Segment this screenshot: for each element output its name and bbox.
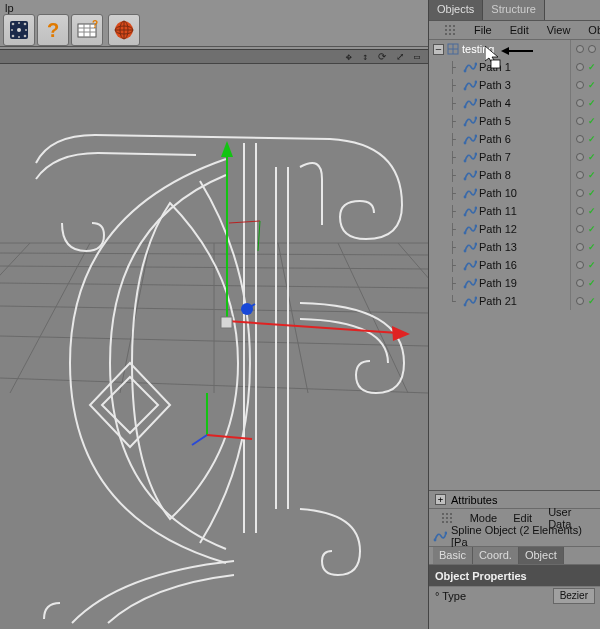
- attr-tab-coord[interactable]: Coord.: [473, 547, 519, 564]
- tree-item[interactable]: ├Path 11✓: [445, 202, 600, 220]
- tree-item[interactable]: ├Path 4✓: [445, 94, 600, 112]
- visibility-dots[interactable]: ✓: [570, 76, 600, 94]
- svg-line-29: [0, 243, 30, 393]
- spline-icon: [463, 276, 477, 290]
- svg-point-68: [464, 106, 467, 109]
- viewport-canvas[interactable]: [0, 63, 428, 629]
- spline-icon: [463, 294, 477, 308]
- snap-settings-button[interactable]: [3, 14, 35, 46]
- visibility-dots[interactable]: ✓: [570, 274, 600, 292]
- svg-line-34: [338, 243, 408, 393]
- svg-point-8: [11, 29, 13, 31]
- tree-branch-icon: ├: [449, 151, 463, 164]
- help-button-1[interactable]: ?: [37, 14, 69, 46]
- tree-item[interactable]: ├Path 1✓: [445, 58, 600, 76]
- om-menu-view[interactable]: View: [538, 22, 580, 38]
- spline-icon: [463, 78, 477, 92]
- svg-point-59: [449, 33, 451, 35]
- tree-root-row[interactable]: – testing: [429, 40, 600, 58]
- visibility-dots[interactable]: ✓: [570, 58, 600, 76]
- attribute-manager: + Attributes Mode Edit User Data Spline …: [429, 490, 600, 629]
- spline-icon: [463, 204, 477, 218]
- expand-icon[interactable]: +: [435, 494, 446, 505]
- visibility-dots[interactable]: [570, 40, 600, 58]
- svg-point-74: [464, 160, 467, 163]
- om-menu-file[interactable]: File: [465, 22, 501, 38]
- spline-icon: [463, 60, 477, 74]
- viewport-nav-icons[interactable]: ✥ ↕ ⟳ ⤢ ▭: [346, 51, 422, 62]
- svg-point-53: [449, 25, 451, 27]
- perspective-viewport[interactable]: ✥ ↕ ⟳ ⤢ ▭: [0, 49, 428, 629]
- visibility-dots[interactable]: ✓: [570, 130, 600, 148]
- svg-line-48: [258, 221, 260, 251]
- svg-point-3: [24, 23, 27, 26]
- attr-tabs: Basic Coord. Object: [429, 546, 600, 565]
- main-toolbar: lp ? ?: [0, 0, 428, 47]
- tree-branch-icon: ├: [449, 169, 463, 182]
- visibility-dots[interactable]: ✓: [570, 220, 600, 238]
- tree-branch-icon: ├: [449, 115, 463, 128]
- grid: [0, 243, 428, 393]
- tree-item[interactable]: └Path 21✓: [445, 292, 600, 310]
- visibility-dots[interactable]: ✓: [570, 166, 600, 184]
- svg-marker-41: [221, 141, 233, 157]
- svg-point-101: [434, 539, 437, 542]
- visibility-dots[interactable]: ✓: [570, 202, 600, 220]
- tree-branch-icon: ├: [449, 205, 463, 218]
- svg-line-31: [120, 243, 150, 393]
- visibility-dots[interactable]: ✓: [570, 256, 600, 274]
- tree-item[interactable]: ├Path 13✓: [445, 238, 600, 256]
- collapse-icon[interactable]: –: [433, 44, 444, 55]
- tree-item[interactable]: ├Path 6✓: [445, 130, 600, 148]
- visibility-dots[interactable]: ✓: [570, 148, 600, 166]
- om-tabs: Objects Structure: [429, 0, 600, 21]
- svg-marker-43: [392, 326, 410, 341]
- tab-structure[interactable]: Structure: [483, 0, 545, 20]
- om-menu-objects[interactable]: Objects: [579, 22, 600, 38]
- tree-item[interactable]: ├Path 5✓: [445, 112, 600, 130]
- om-menu-edit[interactable]: Edit: [501, 22, 538, 38]
- svg-point-58: [445, 33, 447, 35]
- svg-line-33: [278, 243, 308, 393]
- visibility-dots[interactable]: ✓: [570, 94, 600, 112]
- help-manager-button[interactable]: ?: [71, 14, 103, 46]
- tree-item[interactable]: ├Path 16✓: [445, 256, 600, 274]
- tree-root-label: testing: [462, 43, 494, 55]
- grip-icon: [435, 22, 465, 38]
- svg-line-51: [192, 435, 207, 445]
- svg-point-90: [464, 304, 467, 307]
- visibility-dots[interactable]: ✓: [570, 184, 600, 202]
- tree-item[interactable]: ├Path 12✓: [445, 220, 600, 238]
- attr-object-name: Spline Object (2 Elements) [Pa: [451, 524, 600, 548]
- tab-objects[interactable]: Objects: [429, 0, 483, 20]
- visibility-dots[interactable]: ✓: [570, 112, 600, 130]
- tree-item[interactable]: ├Path 8✓: [445, 166, 600, 184]
- svg-line-30: [10, 243, 90, 393]
- svg-point-6: [18, 22, 20, 24]
- svg-point-97: [450, 517, 452, 519]
- attr-tab-object[interactable]: Object: [519, 547, 564, 564]
- spline-icon: [463, 222, 477, 236]
- svg-point-60: [453, 33, 455, 35]
- svg-point-82: [464, 232, 467, 235]
- svg-point-86: [464, 268, 467, 271]
- tree-item-label: Path 1: [479, 61, 511, 73]
- tree-item[interactable]: ├Path 19✓: [445, 274, 600, 292]
- menu-fragment: lp: [5, 2, 14, 14]
- object-tree[interactable]: – testing ├Path 1✓├Path 3✓├Path 4✓├Path …: [429, 40, 600, 490]
- svg-point-84: [464, 250, 467, 253]
- prop-type-value[interactable]: Bezier: [553, 588, 595, 604]
- online-help-button[interactable]: [108, 14, 140, 46]
- tree-item[interactable]: ├Path 10✓: [445, 184, 600, 202]
- tree-item-label: Path 5: [479, 115, 511, 127]
- svg-point-70: [464, 124, 467, 127]
- svg-point-98: [442, 521, 444, 523]
- attr-tab-basic[interactable]: Basic: [433, 547, 473, 564]
- tree-item[interactable]: ├Path 3✓: [445, 76, 600, 94]
- visibility-dots[interactable]: ✓: [570, 238, 600, 256]
- null-icon: [446, 42, 460, 56]
- visibility-dots[interactable]: ✓: [570, 292, 600, 310]
- spline-artwork: [36, 135, 404, 623]
- om-menubar: File Edit View Objects: [429, 21, 600, 40]
- tree-item[interactable]: ├Path 7✓: [445, 148, 600, 166]
